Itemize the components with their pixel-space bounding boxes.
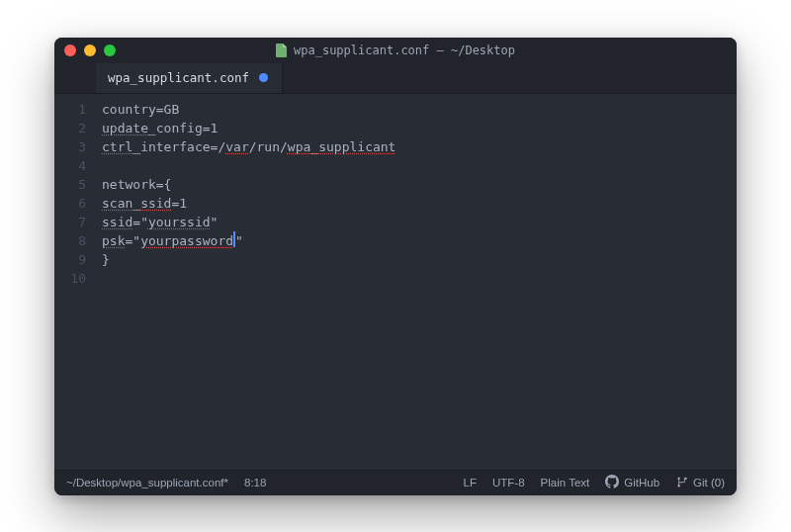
- code-segment: =": [132, 215, 148, 229]
- git-label: Git (0): [693, 477, 725, 488]
- spell-error-segment: wpa_supplicant: [288, 139, 396, 154]
- line-number: 6: [54, 194, 86, 213]
- line-number-gutter: 12345678910: [54, 94, 96, 470]
- git-branch-icon: [675, 476, 688, 490]
- code-line[interactable]: ssid="yourssid": [102, 213, 737, 231]
- code-line[interactable]: [102, 269, 737, 288]
- modified-indicator-icon: [259, 73, 268, 82]
- code-line[interactable]: }: [102, 250, 737, 269]
- spell-error-segment: yourssid: [148, 215, 211, 229]
- line-number: 8: [54, 231, 86, 250]
- status-line-ending[interactable]: LF: [464, 477, 477, 488]
- code-segment: =": [125, 233, 140, 248]
- tabbar: wpa_supplicant.conf: [54, 63, 737, 94]
- github-icon: [605, 475, 619, 490]
- spell-error-segment: ssid: [140, 196, 171, 211]
- code-line[interactable]: ctrl_interface=/var/run/wpa_supplicant: [102, 137, 737, 156]
- line-number: 9: [54, 250, 86, 269]
- maximize-icon[interactable]: [104, 44, 116, 56]
- status-cursor-position[interactable]: 8:18: [244, 477, 266, 488]
- spell-error-segment: psk: [102, 233, 125, 248]
- status-git[interactable]: Git (0): [675, 476, 725, 490]
- line-number: 10: [54, 269, 86, 288]
- code-line[interactable]: network={: [102, 175, 737, 194]
- status-github[interactable]: GitHub: [605, 475, 659, 490]
- status-filepath[interactable]: ~/Desktop/wpa_supplicant.conf*: [66, 477, 228, 488]
- spell-error-segment: ctrl_: [102, 139, 140, 154]
- line-number: 1: [54, 100, 86, 119]
- code-line[interactable]: scan_ssid=1: [102, 194, 737, 213]
- editor-window: wpa_supplicant.conf — ~/Desktop wpa_supp…: [54, 38, 737, 495]
- code-content[interactable]: country=GBupdate_config=1ctrl_interface=…: [96, 94, 737, 470]
- spell-error-segment: update_: [102, 121, 156, 135]
- traffic-lights: [64, 44, 116, 56]
- line-number: 3: [54, 137, 86, 156]
- close-icon[interactable]: [64, 44, 76, 56]
- spell-error-segment: var: [225, 139, 248, 154]
- line-number: 5: [54, 175, 86, 194]
- code-segment: ": [211, 215, 219, 229]
- editor-area[interactable]: 12345678910 country=GBupdate_config=1ctr…: [54, 94, 737, 470]
- status-left: ~/Desktop/wpa_supplicant.conf* 8:18: [66, 477, 266, 488]
- spell-error-segment: ssid: [102, 215, 132, 229]
- code-segment: /run/: [249, 139, 288, 154]
- code-segment: =1: [171, 196, 187, 211]
- code-line[interactable]: psk="yourpassword": [102, 231, 737, 250]
- code-segment: country=GB: [102, 102, 179, 117]
- spell-error-segment: scan_: [102, 196, 140, 211]
- window-title: wpa_supplicant.conf — ~/Desktop: [54, 44, 737, 57]
- minimize-icon[interactable]: [84, 44, 96, 56]
- statusbar: ~/Desktop/wpa_supplicant.conf* 8:18 LF U…: [54, 470, 737, 495]
- status-encoding[interactable]: UTF-8: [492, 477, 525, 488]
- line-number: 2: [54, 119, 86, 137]
- code-line[interactable]: country=GB: [102, 100, 737, 119]
- code-line[interactable]: update_config=1: [102, 119, 737, 137]
- titlebar: wpa_supplicant.conf — ~/Desktop: [54, 38, 737, 63]
- github-label: GitHub: [624, 477, 659, 488]
- file-icon: [276, 44, 288, 57]
- tab-filename: wpa_supplicant.conf: [108, 70, 249, 85]
- spell-error-segment: yourpassword: [140, 233, 233, 248]
- code-segment: interface=/: [140, 139, 225, 154]
- window-title-text: wpa_supplicant.conf — ~/Desktop: [294, 44, 515, 57]
- status-grammar[interactable]: Plain Text: [541, 477, 590, 488]
- status-right: LF UTF-8 Plain Text GitHub Git (0): [464, 475, 725, 490]
- code-segment: network={: [102, 177, 171, 192]
- tab-file[interactable]: wpa_supplicant.conf: [96, 63, 283, 93]
- line-number: 4: [54, 156, 86, 175]
- tab-spacer: [54, 63, 96, 93]
- code-segment: config=1: [156, 121, 219, 135]
- line-number: 7: [54, 213, 86, 231]
- code-segment: }: [102, 252, 110, 267]
- code-segment: ": [235, 233, 243, 248]
- code-line[interactable]: [102, 156, 737, 175]
